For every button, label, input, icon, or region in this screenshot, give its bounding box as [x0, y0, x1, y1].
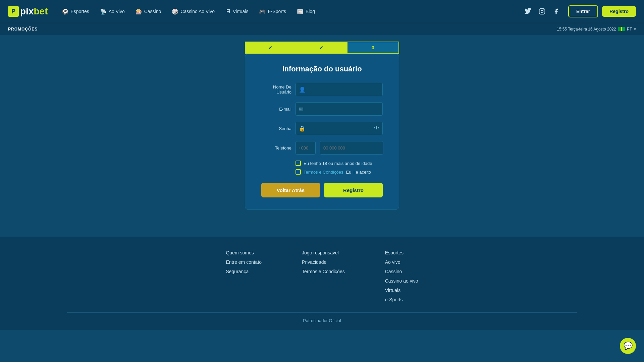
logo-icon: P	[8, 6, 19, 17]
email-label: E-mail	[261, 107, 291, 112]
promo-label: PROMOÇÕES	[8, 27, 38, 32]
step-2-label: ✓	[319, 45, 323, 50]
phone-prefix-input[interactable]	[296, 141, 316, 155]
footer-link-seguranca[interactable]: Segurança	[226, 269, 262, 274]
footer-link-esports[interactable]: e-Sports	[385, 297, 418, 302]
email-input-wrapper: ✉	[296, 102, 383, 116]
footer-link-ao-vivo[interactable]: Ao vivo	[385, 259, 418, 265]
nav-label-blog: Blog	[306, 9, 315, 14]
datetime-text: 15:55 Terça-feira 16 Agosto 2022	[557, 27, 616, 32]
aovivo-icon: 📡	[100, 8, 107, 15]
username-input-wrapper: 👤	[296, 83, 383, 96]
patrocinador-text: Patrocinador Oficial	[303, 318, 341, 323]
password-group: Senha 🔒 👁	[261, 122, 383, 135]
chat-icon: 💬	[624, 342, 633, 350]
nav-items: ⚽ Esportes 📡 Ao Vivo 🎰 Cassino 🎲 Cassino…	[57, 6, 319, 17]
nav-item-blog[interactable]: 📰 Blog	[292, 6, 320, 17]
age-checkbox-row: Eu tenho 18 ou mais anos de idade	[296, 161, 383, 166]
phone-number-input[interactable]	[320, 141, 383, 155]
nav-item-aovivo[interactable]: 📡 Ao Vivo	[95, 6, 129, 17]
footer-link-contato[interactable]: Entre em contato	[226, 259, 262, 265]
nav-label-aovivo: Ao Vivo	[109, 9, 125, 14]
step-3-label: 3	[372, 45, 374, 50]
nav-item-cassino-aovivo[interactable]: 🎲 Cassino Ao Vivo	[167, 6, 219, 17]
terms-link[interactable]: Termos e Condições	[304, 170, 343, 175]
blog-icon: 📰	[297, 8, 304, 15]
nav-item-esports[interactable]: 🎮 E-Sports	[254, 6, 290, 17]
footer-col-1: Quem somos Entre em contato Segurança	[226, 250, 262, 302]
nav-item-cassino[interactable]: 🎰 Cassino	[131, 6, 166, 17]
nav-label-virtuais: Virtuais	[233, 9, 248, 14]
twitter-icon[interactable]	[523, 6, 533, 17]
terms-label: Eu li e aceito	[346, 170, 371, 175]
nav-item-esportes[interactable]: ⚽ Esportes	[57, 6, 94, 17]
username-label: Nome De Usuário	[261, 84, 291, 95]
facebook-icon[interactable]	[551, 6, 561, 17]
footer-bottom: Patrocinador Oficial	[67, 312, 577, 323]
footer-link-jogo-responsavel[interactable]: Jogo responsável	[302, 250, 345, 255]
navbar-right: Entrar Registro	[523, 5, 636, 17]
social-icons	[523, 6, 561, 17]
nav-label-esports: E-Sports	[268, 9, 286, 14]
form-title: Informação do usuário	[261, 65, 383, 73]
age-checkbox[interactable]	[296, 161, 301, 166]
cassino-aovivo-icon: 🎲	[172, 8, 178, 15]
step-2: ✓	[296, 42, 347, 54]
footer-link-cassino[interactable]: Cassino	[385, 269, 418, 274]
logo-bet: bet	[34, 6, 48, 16]
navbar-left: P pixbet ⚽ Esportes 📡 Ao Vivo 🎰 Cassino …	[8, 6, 320, 17]
virtuais-icon: 🖥	[225, 8, 231, 14]
logo-text: pixbet	[20, 6, 48, 17]
svg-rect-0	[539, 9, 545, 14]
step-1-label: ✓	[268, 45, 272, 50]
eye-icon[interactable]: 👁	[374, 125, 379, 131]
email-group: E-mail ✉	[261, 102, 383, 116]
esportes-icon: ⚽	[62, 8, 68, 15]
main-content: ✓ ✓ 3 Informação do usuário Nome De Usuá…	[0, 35, 644, 217]
datetime: 15:55 Terça-feira 16 Agosto 2022 PT ▾	[557, 27, 636, 32]
step-3: 3	[347, 42, 399, 54]
navbar: P pixbet ⚽ Esportes 📡 Ao Vivo 🎰 Cassino …	[0, 0, 644, 23]
cassino-icon: 🎰	[136, 8, 142, 15]
footer-link-quem-somos[interactable]: Quem somos	[226, 250, 262, 255]
nav-item-virtuais[interactable]: 🖥 Virtuais	[221, 6, 253, 17]
footer-link-cassino-ao-vivo[interactable]: Cassino ao vivo	[385, 278, 418, 284]
promo-bar: PROMOÇÕES 15:55 Terça-feira 16 Agosto 20…	[0, 23, 644, 35]
register-button[interactable]: Registro	[324, 183, 383, 197]
steps-container: ✓ ✓ 3	[245, 42, 399, 54]
form-card: Informação do usuário Nome De Usuário 👤 …	[245, 54, 399, 210]
chat-button[interactable]: 💬	[620, 338, 636, 354]
back-button[interactable]: Voltar Atrás	[261, 183, 320, 197]
terms-checkbox-row: Termos e Condições Eu li e aceito	[296, 169, 383, 175]
registro-button[interactable]: Registro	[602, 6, 636, 17]
password-input[interactable]	[296, 122, 383, 135]
esports-icon: 🎮	[259, 8, 266, 15]
footer-link-termos[interactable]: Termos e Condições	[302, 269, 345, 274]
entrar-button[interactable]: Entrar	[568, 5, 598, 17]
step-1: ✓	[245, 42, 296, 54]
footer-col-2: Jogo responsável Privacidade Termos e Co…	[302, 250, 345, 302]
footer-columns: Quem somos Entre em contato Segurança Jo…	[67, 250, 577, 302]
footer-link-esportes[interactable]: Esportes	[385, 250, 418, 255]
age-label: Eu tenho 18 ou mais anos de idade	[304, 161, 372, 166]
lang-label: PT	[627, 27, 632, 32]
flag-icon	[618, 27, 625, 31]
form-buttons: Voltar Atrás Registro	[261, 183, 383, 197]
footer: Quem somos Entre em contato Segurança Jo…	[0, 237, 644, 330]
username-group: Nome De Usuário 👤	[261, 83, 383, 96]
nav-label-esportes: Esportes	[70, 9, 89, 14]
logo[interactable]: P pixbet	[8, 6, 48, 17]
terms-checkbox[interactable]	[296, 169, 301, 175]
password-input-wrapper: 🔒 👁	[296, 122, 383, 135]
nav-label-cassino: Cassino	[144, 9, 161, 14]
nav-label-cassino-aovivo: Cassino Ao Vivo	[180, 9, 215, 14]
password-label: Senha	[261, 126, 291, 131]
email-input[interactable]	[296, 102, 383, 116]
phone-label: Telefone	[261, 145, 291, 150]
footer-link-virtuais[interactable]: Virtuais	[385, 288, 418, 293]
logo-pix: pix	[20, 6, 34, 16]
instagram-icon[interactable]	[537, 6, 547, 17]
username-input[interactable]	[296, 83, 383, 96]
chevron-down-icon: ▾	[634, 27, 636, 32]
footer-link-privacidade[interactable]: Privacidade	[302, 259, 345, 265]
